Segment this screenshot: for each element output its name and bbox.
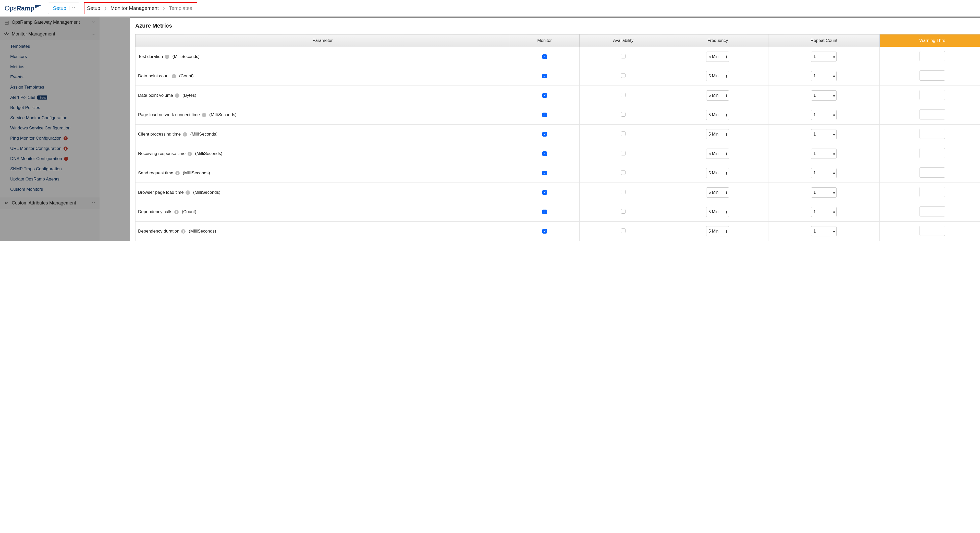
repeat-count-input[interactable]: 1▴▾ <box>811 52 837 62</box>
monitor-checkbox[interactable]: ✓ <box>542 74 547 78</box>
monitor-checkbox[interactable]: ✓ <box>542 132 547 137</box>
frequency-select[interactable]: 5 Min▴▾ <box>706 52 729 62</box>
warning-threshold-input[interactable] <box>920 109 945 119</box>
availability-checkbox[interactable] <box>621 93 625 97</box>
parameter-unit: (MilliSeconds) <box>189 229 216 234</box>
info-icon[interactable]: i <box>172 74 176 78</box>
cell-frequency: 5 Min▴▾ <box>667 183 768 202</box>
sidebar-group-header[interactable]: ∞Custom Attributes Management﹀ <box>0 197 100 209</box>
info-icon[interactable]: i <box>188 152 192 156</box>
alert-dot-icon: ! <box>64 136 68 140</box>
parameter-unit: (MilliSeconds) <box>183 170 210 175</box>
sidebar-item[interactable]: Custom Monitors <box>0 184 100 194</box>
repeat-count-input[interactable]: 1▴▾ <box>811 207 837 217</box>
sidebar-item[interactable]: SNMP Traps Configuration <box>0 164 100 174</box>
stepper-caret-icon: ▴▾ <box>833 55 835 58</box>
frequency-select[interactable]: 5 Min▴▾ <box>706 71 729 81</box>
repeat-count-input[interactable]: 1▴▾ <box>811 226 837 236</box>
monitor-checkbox[interactable]: ✓ <box>542 210 547 214</box>
monitor-checkbox[interactable]: ✓ <box>542 54 547 59</box>
repeat-count-input[interactable]: 1▴▾ <box>811 110 837 120</box>
sidebar-item[interactable]: Budget Policies <box>0 103 100 113</box>
sidebar-item[interactable]: Update OpsRamp Agents <box>0 174 100 184</box>
frequency-select[interactable]: 5 Min▴▾ <box>706 168 729 178</box>
setup-dropdown[interactable]: Setup ﹀ <box>48 3 79 14</box>
cell-repeat: 1▴▾ <box>768 202 880 221</box>
frequency-select[interactable]: 5 Min▴▾ <box>706 91 729 100</box>
warning-threshold-input[interactable] <box>920 90 945 100</box>
frequency-select[interactable]: 5 Min▴▾ <box>706 129 729 139</box>
availability-checkbox[interactable] <box>621 170 625 175</box>
sidebar-item[interactable]: URL Monitor Configuration! <box>0 143 100 154</box>
sidebar-item[interactable]: Alert PoliciesBeta <box>0 92 100 103</box>
cell-availability <box>579 202 667 221</box>
warning-threshold-input[interactable] <box>920 226 945 236</box>
info-icon[interactable]: i <box>186 191 190 195</box>
col-warning-threshold: Warning Thre <box>880 35 980 47</box>
warning-threshold-input[interactable] <box>920 187 945 197</box>
select-caret-icon: ▴▾ <box>726 94 727 97</box>
repeat-count-input[interactable]: 1▴▾ <box>811 91 837 100</box>
cell-frequency: 5 Min▴▾ <box>667 66 768 86</box>
sidebar-item[interactable]: Assign Templates <box>0 82 100 92</box>
sidebar-item[interactable]: DNS Monitor Configuration! <box>0 154 100 164</box>
sidebar-item[interactable]: Ping Monitor Configuration! <box>0 133 100 143</box>
warning-threshold-input[interactable] <box>920 167 945 178</box>
breadcrumb-item[interactable]: Monitor Management <box>110 5 159 11</box>
availability-checkbox[interactable] <box>621 112 625 117</box>
chevron-down-icon: ﹀ <box>69 6 76 11</box>
availability-checkbox[interactable] <box>621 73 625 78</box>
availability-checkbox[interactable] <box>621 54 625 59</box>
monitor-checkbox[interactable]: ✓ <box>542 171 547 175</box>
info-icon[interactable]: i <box>183 132 187 137</box>
frequency-select[interactable]: 5 Min▴▾ <box>706 149 729 159</box>
info-icon[interactable]: i <box>202 113 206 117</box>
sidebar-item[interactable]: Windows Service Configuration <box>0 123 100 133</box>
monitor-checkbox[interactable]: ✓ <box>542 93 547 98</box>
stepper-caret-icon: ▴▾ <box>833 152 835 155</box>
monitor-checkbox[interactable]: ✓ <box>542 190 547 195</box>
repeat-count-input[interactable]: 1▴▾ <box>811 149 837 159</box>
sidebar-item[interactable]: Templates <box>0 41 100 52</box>
monitor-checkbox[interactable]: ✓ <box>542 113 547 117</box>
availability-checkbox[interactable] <box>621 151 625 156</box>
frequency-select[interactable]: 5 Min▴▾ <box>706 187 729 197</box>
availability-checkbox[interactable] <box>621 132 625 136</box>
sidebar-item[interactable]: Service Monitor Configuration <box>0 113 100 123</box>
frequency-select[interactable]: 5 Min▴▾ <box>706 110 729 120</box>
availability-checkbox[interactable] <box>621 190 625 194</box>
gap-column <box>100 17 130 241</box>
sidebar-group-header[interactable]: ▤OpsRamp Gateway Management﹀ <box>0 17 100 28</box>
repeat-count-input[interactable]: 1▴▾ <box>811 187 837 197</box>
chevron-right-icon: ❯ <box>104 6 107 10</box>
info-icon[interactable]: i <box>175 94 180 98</box>
repeat-count-input[interactable]: 1▴▾ <box>811 168 837 178</box>
warning-threshold-input[interactable] <box>920 51 945 61</box>
sidebar-item[interactable]: Metrics <box>0 62 100 72</box>
warning-threshold-input[interactable] <box>920 206 945 216</box>
breadcrumb-item[interactable]: Setup <box>87 5 100 11</box>
sidebar-item[interactable]: Events <box>0 72 100 82</box>
repeat-count-input[interactable]: 1▴▾ <box>811 129 837 139</box>
availability-checkbox[interactable] <box>621 229 625 233</box>
info-icon[interactable]: i <box>175 171 180 175</box>
availability-checkbox[interactable] <box>621 209 625 214</box>
info-icon[interactable]: i <box>181 229 186 234</box>
info-icon[interactable]: i <box>165 55 169 59</box>
sidebar-group-header[interactable]: 👁Monitor Management︿ <box>0 28 100 40</box>
frequency-select[interactable]: 5 Min▴▾ <box>706 226 729 236</box>
warning-threshold-input[interactable] <box>920 129 945 139</box>
cell-availability <box>579 47 667 66</box>
warning-threshold-input[interactable] <box>920 70 945 81</box>
cell-frequency: 5 Min▴▾ <box>667 221 768 241</box>
monitor-checkbox[interactable]: ✓ <box>542 151 547 156</box>
stepper-caret-icon: ▴▾ <box>833 94 835 97</box>
sidebar-item-label: Custom Monitors <box>10 187 43 192</box>
info-icon[interactable]: i <box>174 210 179 214</box>
sidebar-item[interactable]: Monitors <box>0 52 100 62</box>
repeat-count-input[interactable]: 1▴▾ <box>811 71 837 81</box>
frequency-select[interactable]: 5 Min▴▾ <box>706 207 729 217</box>
select-caret-icon: ▴▾ <box>726 113 727 116</box>
warning-threshold-input[interactable] <box>920 148 945 158</box>
monitor-checkbox[interactable]: ✓ <box>542 229 547 234</box>
